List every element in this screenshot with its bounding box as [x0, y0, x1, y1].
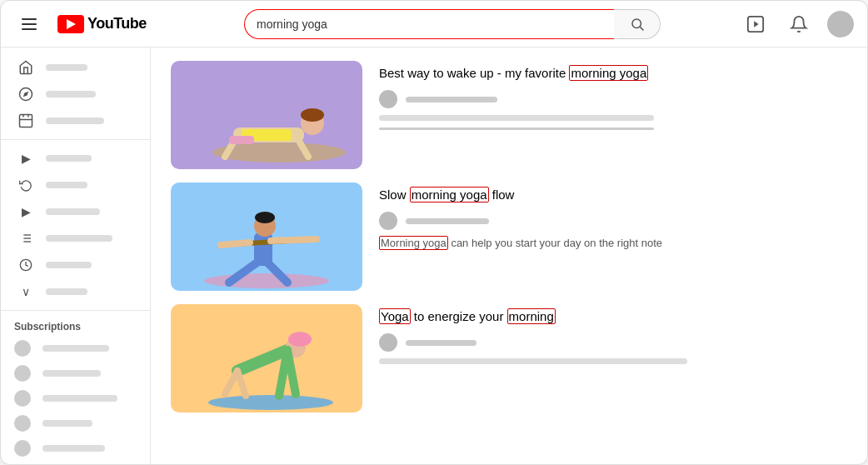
subscription-item-5[interactable] [1, 436, 150, 461]
svg-line-29 [221, 242, 250, 245]
watch-later-icon [17, 257, 34, 273]
thumbnail-illustration-3 [171, 304, 362, 412]
explore-icon [17, 86, 34, 102]
sidebar-item-playlists[interactable] [4, 225, 147, 252]
thumbnail-2[interactable] [171, 182, 362, 291]
title-text-before-1: Best way to wake up - my favorite [379, 66, 569, 80]
video-card-3: Yoga to energize your morning [171, 304, 847, 412]
avatar[interactable] [827, 11, 854, 38]
svg-point-0 [632, 19, 641, 28]
thumbnail-illustration-2 [171, 182, 362, 291]
channel-avatar-3 [379, 333, 397, 352]
history-label [46, 182, 87, 188]
subscription-label-2 [42, 370, 101, 377]
desc-bar-1 [379, 115, 654, 121]
channel-name-bar-2 [406, 218, 489, 224]
menu-button[interactable] [14, 9, 44, 39]
explore-label [46, 91, 96, 98]
bell-icon [790, 15, 808, 33]
title-highlight-2: morning yoga [410, 187, 489, 202]
subscription-label-3 [42, 395, 117, 402]
video-title-3: Yoga to energize your morning [379, 308, 847, 325]
progress-bar-1 [379, 128, 654, 130]
sidebar-item-home[interactable] [4, 54, 147, 81]
library-icon: ▶ [17, 150, 34, 167]
video-meta-1 [379, 90, 847, 108]
desc-bar-3 [379, 358, 687, 364]
subscription-item-1[interactable] [1, 336, 150, 361]
subscription-label-4 [42, 420, 92, 427]
title-after-2: flow [489, 188, 515, 202]
subscription-label-1 [42, 345, 109, 352]
subscription-label-5 [42, 445, 105, 452]
svg-point-17 [301, 108, 324, 122]
svg-point-31 [208, 395, 333, 410]
desc-text-2: can help you start your day on the right… [448, 237, 662, 249]
notifications-button[interactable] [784, 9, 814, 39]
youtube-logo[interactable]: YouTube [57, 15, 147, 33]
sidebar-divider-2 [1, 310, 150, 311]
title-highlight-morning-3: morning [507, 308, 556, 324]
title-between-3: to energize your [411, 309, 507, 323]
video-card-1: Best way to wake up - my favorite mornin… [171, 61, 847, 169]
header-left: YouTube [14, 9, 164, 39]
sidebar-item-library[interactable]: ▶ [4, 145, 147, 172]
video-title-2: Slow morning yoga flow [379, 186, 847, 203]
watch-later-label [46, 262, 92, 268]
upload-icon [746, 15, 765, 33]
channel-avatar-2 [379, 212, 397, 230]
video-list: Best way to wake up - my favorite mornin… [171, 61, 847, 412]
home-label [46, 64, 87, 71]
desc-highlight-2: Morning yoga [379, 236, 448, 250]
sidebar-divider-1 [1, 139, 150, 140]
title-before-2: Slow [379, 188, 410, 202]
subscriptions-label [46, 118, 104, 124]
youtube-logo-icon [57, 15, 84, 33]
channel-avatar-1 [379, 90, 397, 108]
history-icon [17, 177, 34, 193]
sidebar: ▶ ▶ [1, 48, 151, 464]
search-bar [177, 9, 727, 39]
sidebar-item-show-more[interactable]: ∨ [4, 278, 147, 305]
video-meta-3 [379, 333, 847, 352]
subscription-avatar-4 [14, 415, 31, 432]
upload-button[interactable] [741, 9, 771, 39]
hamburger-icon [22, 18, 37, 30]
logo-text: YouTube [87, 15, 147, 32]
video-title-1: Best way to wake up - my favorite mornin… [379, 64, 847, 82]
home-icon [17, 59, 34, 76]
sidebar-item-subscriptions[interactable] [4, 108, 147, 134]
subscription-item-2[interactable] [1, 361, 150, 386]
svg-line-1 [640, 27, 643, 30]
search-button[interactable] [614, 9, 661, 39]
sidebar-item-history[interactable] [4, 172, 147, 198]
thumbnail-illustration-1 [171, 61, 362, 169]
svg-line-32 [237, 350, 287, 371]
search-input[interactable] [244, 9, 614, 39]
subscription-avatar-5 [14, 440, 31, 457]
header-right [741, 9, 854, 39]
svg-line-30 [271, 239, 317, 241]
subscription-item-4[interactable] [1, 411, 150, 436]
show-more-label [46, 288, 87, 295]
sidebar-item-explore[interactable] [4, 81, 147, 108]
sidebar-item-your-videos[interactable]: ▶ [4, 198, 147, 225]
svg-marker-3 [754, 21, 759, 27]
library-label [46, 155, 92, 162]
subscription-avatar-1 [14, 340, 31, 357]
playlists-icon [17, 230, 34, 247]
title-highlight-1: morning yoga [569, 65, 648, 81]
app-window: YouTube [0, 0, 868, 465]
thumbnail-1[interactable] [171, 61, 362, 169]
main-content: Best way to wake up - my favorite mornin… [151, 48, 867, 464]
svg-point-27 [255, 212, 275, 223]
thumbnail-3[interactable] [171, 304, 362, 412]
header: YouTube [1, 1, 867, 48]
sidebar-item-watch-later[interactable] [4, 252, 147, 278]
title-highlight-yoga-3: Yoga [379, 308, 411, 324]
channel-name-bar-3 [406, 340, 476, 346]
body: ▶ ▶ [1, 48, 867, 464]
subscription-item-3[interactable] [1, 386, 150, 411]
svg-rect-6 [20, 115, 32, 128]
your-videos-label [46, 208, 100, 215]
